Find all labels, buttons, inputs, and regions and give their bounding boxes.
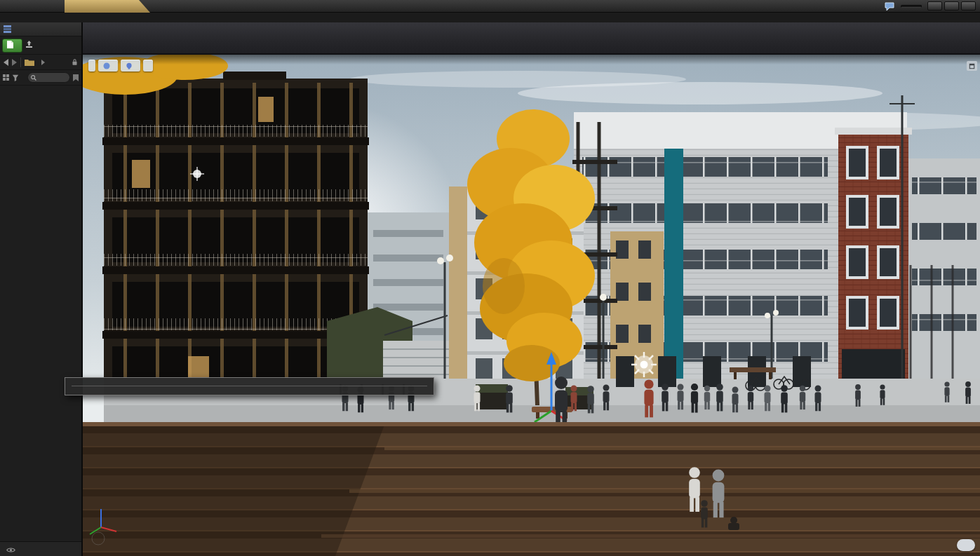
import-icon (25, 41, 33, 50)
nav-back-button[interactable] (4, 59, 8, 66)
viewport-scene[interactable] (83, 55, 980, 556)
content-browser-icon (4, 22, 11, 36)
folder-grid (0, 86, 81, 93)
perspective-icon (103, 62, 110, 69)
search-icon (30, 71, 37, 84)
feedback-icon[interactable] (884, 1, 895, 11)
nav-forward-button[interactable] (12, 59, 17, 66)
minimize-button[interactable] (927, 1, 942, 11)
viewport[interactable] (83, 55, 980, 556)
show-flags-button[interactable] (143, 60, 153, 72)
lit-mode-button[interactable] (121, 60, 140, 72)
maximize-button[interactable] (944, 1, 959, 11)
content-browser-tab[interactable] (0, 22, 81, 36)
close-button[interactable] (961, 1, 976, 11)
filter-funnel-icon (12, 71, 19, 84)
level-tab[interactable] (65, 0, 150, 13)
add-new-button[interactable] (2, 39, 22, 53)
lock-icon[interactable] (72, 55, 78, 69)
eye-icon (6, 543, 15, 556)
viewport-options-button[interactable] (88, 60, 95, 72)
divider (20, 57, 21, 67)
content-browser-panel (0, 22, 83, 556)
content-browser-footer (0, 541, 81, 556)
add-new-icon (7, 41, 13, 50)
breadcrumb-caret-icon (41, 60, 45, 65)
unreal-editor-window (0, 0, 980, 556)
main-toolbar (83, 22, 980, 55)
perspective-button[interactable] (98, 60, 118, 72)
lit-icon (126, 62, 133, 69)
current-level-button[interactable] (957, 539, 975, 551)
maximize-viewport-icon (969, 63, 975, 69)
path-folder-icon (25, 55, 34, 69)
import-button[interactable] (25, 41, 79, 50)
asset-grid (0, 93, 81, 101)
view-mode-icon[interactable] (3, 74, 9, 81)
save-search-icon[interactable] (73, 71, 79, 84)
search-input[interactable] (27, 72, 70, 83)
maximize-viewport-button[interactable] (967, 61, 977, 71)
asset-tooltip (65, 377, 434, 395)
menubar (0, 13, 980, 22)
project-title (901, 5, 922, 8)
titlebar (0, 0, 980, 13)
